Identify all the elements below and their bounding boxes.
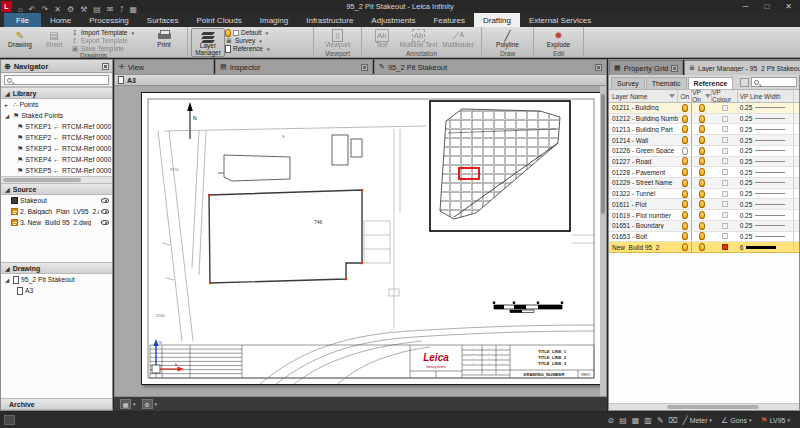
sheet-button[interactable]: ▤ Sheet [37, 28, 71, 49]
layer-row[interactable]: 01611 - Plot0.25 [609, 199, 799, 210]
bulb-vp-on-icon[interactable] [699, 115, 705, 123]
vp-colour-swatch[interactable] [722, 116, 728, 122]
table-icon[interactable]: ▥ [644, 416, 652, 425]
layer-table-hscrollbar[interactable] [609, 403, 799, 410]
pin-icon[interactable] [361, 64, 368, 71]
tab-layer-manager[interactable]: ≣ Layer Manager - 95_2 Pit Stakeout - A3 [684, 60, 800, 75]
vp-colour-swatch[interactable] [722, 105, 728, 111]
layer-vp-colour-cell[interactable] [712, 180, 738, 186]
bulb-on-icon[interactable] [682, 136, 688, 144]
vp-colour-swatch[interactable] [722, 201, 728, 207]
tree-item-staked-point[interactable]: ⚑STKEP3 ← RTCM-Ref 0000 (07/10 [1, 143, 112, 154]
layer-manager-button[interactable]: Layer Manager [191, 28, 225, 57]
bulb-vp-on-icon[interactable] [699, 232, 705, 240]
library-hscrollbar[interactable] [1, 176, 112, 183]
layer-vp-width-cell[interactable]: 0.25 [738, 222, 793, 229]
bulb-on-icon[interactable] [682, 232, 688, 240]
layer-vp-on-cell[interactable] [692, 136, 712, 144]
layer-row[interactable]: 01212 - Building Number0.25 [609, 114, 799, 125]
multileader-button[interactable]: ⟋ᴬ Multileader [438, 28, 478, 49]
layer-vp-width-cell[interactable]: 0.25 [738, 126, 793, 133]
layer-vp-width-cell[interactable]: 0.25 [738, 201, 793, 208]
source-item[interactable]: 3. New_Build 95_2.dwg [1, 217, 112, 228]
multiline-text-button[interactable]: Ab Multiline Text [399, 28, 439, 49]
vp-colour-swatch[interactable] [722, 244, 728, 250]
viewport-button[interactable]: ⁝⁝ Viewport [321, 28, 355, 49]
minimize-button[interactable]: ─ [735, 2, 757, 11]
close-button[interactable]: ✕ [777, 2, 800, 11]
layer-on-cell[interactable] [678, 189, 692, 199]
layer-row[interactable]: 01619 - Plot number0.25 [609, 210, 799, 221]
bulb-vp-on-icon[interactable] [699, 222, 705, 230]
section-library[interactable]: ◢Library [1, 87, 112, 99]
tree-item-sheet-a3[interactable]: A3 [1, 285, 112, 296]
layer-on-cell[interactable] [678, 114, 692, 124]
column-vp-colour[interactable]: VP Colour [712, 90, 738, 102]
layer-on-cell[interactable] [678, 157, 692, 167]
ribbon-tab-file[interactable]: File [4, 13, 41, 27]
layer-vp-on-cell[interactable] [692, 168, 712, 176]
layer-on-cell[interactable] [678, 135, 692, 145]
pin-icon[interactable] [102, 63, 109, 70]
section-archive[interactable]: Archive [1, 398, 112, 410]
explode-button[interactable]: ✸ Explode [542, 28, 576, 49]
import-template-button[interactable]: ↧ Import Template▾ [71, 29, 147, 36]
layer-vp-on-cell[interactable] [692, 125, 712, 133]
tab-pit-stakeout[interactable]: ✎ 95_2 Pit Stakeout [374, 59, 607, 74]
vp-colour-swatch[interactable] [722, 158, 728, 164]
layer-row[interactable]: 01227 - Road0.25 [609, 157, 799, 168]
layer-vp-on-cell[interactable] [692, 190, 712, 198]
save-template-button[interactable]: ▣ Save Template [71, 45, 147, 52]
bulb-on-icon[interactable] [682, 190, 688, 198]
grid-icon[interactable]: ▦ [632, 416, 640, 425]
layer-vp-on-cell[interactable] [692, 243, 712, 251]
status-expand-icon[interactable] [4, 415, 15, 425]
bulb-on-icon[interactable] [682, 222, 688, 230]
layer-vp-width-cell[interactable]: 0.25 [738, 104, 793, 111]
layer-vp-width-cell[interactable]: 6 [738, 244, 793, 251]
tree-item-staked-point[interactable]: ⚑STKEP4 ← RTCM-Ref 0000 (07/10 [1, 154, 112, 165]
bulb-on-icon[interactable] [682, 200, 688, 208]
tab-inspector[interactable]: ▤ Inspector [215, 59, 373, 74]
layer-vp-width-cell[interactable]: 0.25 [738, 115, 793, 122]
layer-vp-on-cell[interactable] [692, 211, 712, 219]
layer-vp-on-cell[interactable] [692, 232, 712, 240]
layer-vp-on-cell[interactable] [692, 115, 712, 123]
layer-row[interactable]: 01214 - Wall0.25 [609, 135, 799, 146]
layer-checkbox[interactable] [233, 30, 239, 36]
column-on[interactable]: On [678, 90, 692, 102]
layer-vp-colour-cell[interactable] [712, 169, 738, 175]
layer-tool-icon[interactable] [740, 78, 749, 87]
ribbon-tab-surfaces[interactable]: Surfaces [138, 13, 188, 27]
ribbon-tab-infrastructure[interactable]: Infrastructure [297, 13, 362, 27]
layer-row[interactable]: 01228 - Pavement0.25 [609, 167, 799, 178]
view-settings-button[interactable]: ⚙ [142, 399, 153, 409]
ribbon-tab-home[interactable]: Home [41, 13, 80, 27]
layers-icon[interactable]: ▤ [619, 416, 627, 425]
tree-item-staked-point[interactable]: ⚑STKEP1 ← RTCM-Ref 0000 (07/10 [1, 121, 112, 132]
bulb-vp-on-icon[interactable] [699, 243, 705, 251]
default-layer-select[interactable]: Default▾ [225, 29, 297, 36]
layer-row[interactable]: 01653 - Bolt0.25 [609, 232, 799, 243]
status-unit-lv95[interactable]: ⚑LV95▾ [760, 416, 794, 425]
text-button[interactable]: Ab Text [365, 28, 399, 49]
layer-vp-colour-cell[interactable] [712, 148, 738, 154]
tab-view[interactable]: ✛ View [114, 59, 214, 74]
layer-vp-colour-cell[interactable] [712, 223, 738, 229]
vp-colour-swatch[interactable] [722, 223, 728, 229]
layer-vp-colour-cell[interactable] [712, 212, 738, 218]
layer-row[interactable]: 01211 - Building0.25 [609, 103, 799, 114]
layer-vp-width-cell[interactable]: 0.25 [738, 212, 793, 219]
maximize-button[interactable]: □ [756, 2, 777, 11]
section-drawing[interactable]: ◢Drawing [1, 262, 112, 274]
column-vp-line-width[interactable]: VP Line Width [738, 90, 793, 102]
polyline-button[interactable]: ╱ Polyline [491, 28, 525, 49]
ribbon-tab-features[interactable]: Features [424, 13, 474, 27]
tree-item-staked-point[interactable]: ⚑STKEP2 ← RTCM-Ref 0000 (07/10 [1, 132, 112, 143]
status-unit-gons[interactable]: ∠Gons▾ [721, 416, 755, 425]
bulb-vp-on-icon[interactable] [699, 190, 705, 198]
layer-vp-colour-cell[interactable] [712, 126, 738, 132]
bulb-on-icon[interactable] [682, 115, 688, 123]
layer-vp-width-cell[interactable]: 0.25 [738, 137, 793, 144]
layer-on-cell[interactable] [678, 103, 692, 113]
